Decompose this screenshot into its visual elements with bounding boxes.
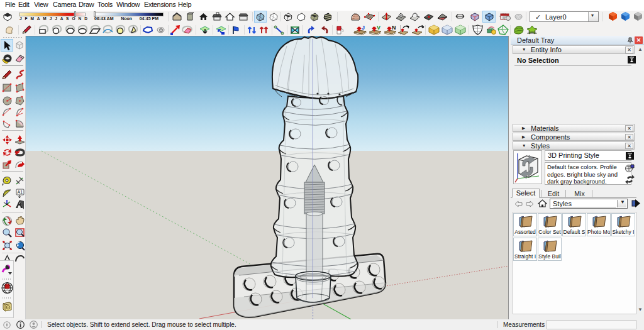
svg-text:J: J — [362, 25, 365, 31]
svg-text:V: V — [377, 25, 380, 31]
svg-text:N: N — [392, 25, 396, 31]
svg-text:A1: A1 — [18, 190, 23, 194]
